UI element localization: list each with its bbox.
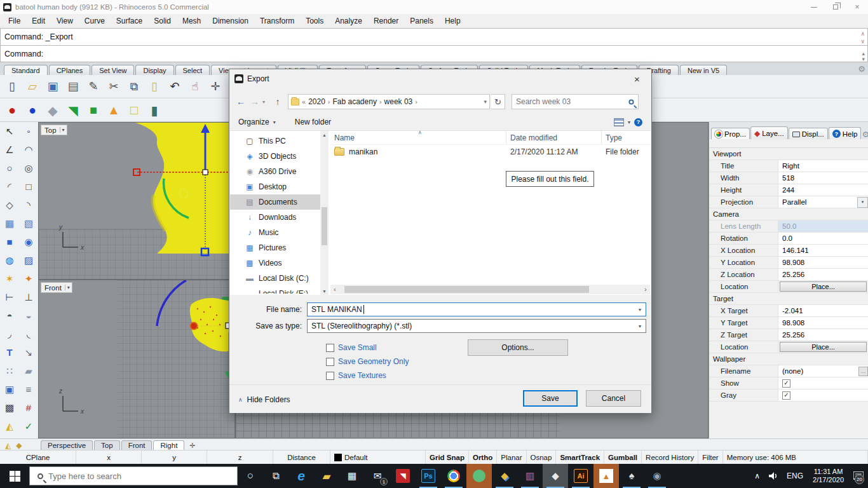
status-cell[interactable]: Ortho [469,451,497,464]
viewport-front[interactable]: Front ▾ z x [38,280,235,438]
chevron-down-icon[interactable]: ▾ [65,285,72,290]
scroll-thumb[interactable] [344,286,589,293]
task-view[interactable]: ⧉ [263,464,288,488]
breadcrumb-item[interactable]: week 03 [384,97,413,106]
breadcrumb-overflow[interactable]: « [302,98,306,105]
toolbar-button[interactable]: ▱ [24,78,41,95]
toolbar-tab[interactable]: New in V5 [680,65,727,75]
status-cell[interactable]: Planar [497,451,526,464]
tool-button[interactable]: ↘ [19,343,38,362]
command-scroll-up[interactable]: ∧ [860,31,865,37]
tool-button[interactable]: ↖ [0,122,19,140]
file-explorer[interactable]: ▰ [314,464,339,488]
toolbar-button[interactable]: ✎ [85,78,102,95]
viewport-top-label-chip[interactable]: Top ▾ [41,125,67,135]
show-checkbox[interactable]: ✓ [782,379,790,388]
status-cell[interactable]: Filter [698,451,723,464]
This PC[interactable]: ▢This PC [230,133,320,149]
edge[interactable]: e [288,464,314,488]
tool-button[interactable]: ∠ [0,140,19,159]
panel-gear-icon[interactable]: ⚙ [862,130,868,139]
tool-button[interactable]: ⊥ [19,288,38,306]
status-cell[interactable]: x [76,451,142,464]
checkbox[interactable] [326,372,334,380]
menu-item[interactable]: Curve [79,15,111,27]
wedge-icon[interactable]: ◭ [5,441,11,450]
menu-item[interactable]: View [51,15,79,27]
toolbar-button[interactable]: ■ [85,102,102,119]
up-button[interactable]: ↑ [271,97,284,107]
viewport-height-value[interactable]: 244 [778,184,868,196]
x-location-value[interactable]: 146.141 [778,245,868,256]
tool-button[interactable]: ◓ [0,306,19,325]
command-spinner[interactable]: ▴▾ [862,51,865,62]
scroll-down-icon[interactable]: ▼ [320,287,329,295]
toolbar-gear-icon[interactable]: ⚙ [858,64,865,74]
tool-button[interactable]: ◦ [19,122,38,140]
chrome[interactable] [441,464,466,488]
tab-display[interactable]: Displ... [789,128,828,139]
taskbar-search-box[interactable] [29,466,238,485]
wallpaper-filename-value[interactable]: (none) [782,367,803,375]
viewport-tab[interactable]: Right [153,440,184,450]
tool-button[interactable]: T [0,343,19,362]
Pictures[interactable]: ▦Pictures [230,240,320,255]
toolbar-tab[interactable]: Set View [92,65,134,75]
dialog-search-input[interactable] [516,97,628,106]
toolbar-button[interactable]: ▮ [146,102,163,119]
menu-item[interactable]: Edit [26,15,51,27]
cortana[interactable]: ○ [238,464,263,488]
tab-layers[interactable]: ◆Laye... [750,126,788,139]
toolbar-button[interactable]: ▲ [105,102,122,119]
gumball-handle-red[interactable] [191,323,198,330]
menu-item[interactable]: Solid [148,15,177,27]
dialog-title-bar[interactable]: Export × [229,69,651,88]
Music[interactable]: ♪Music [230,225,320,240]
viewport-tab[interactable]: Top [94,440,120,450]
volume-icon[interactable] [764,464,782,488]
menu-item[interactable]: Surface [111,15,148,27]
viewport-tab[interactable]: Front [121,440,153,450]
tool-button[interactable]: ✦ [19,269,38,288]
toolbar-button[interactable]: ↶ [166,78,183,95]
tray-expand-icon[interactable]: ∧ [750,464,764,488]
toolbar-button[interactable]: ⧉ [126,78,142,95]
y-target-value[interactable]: 98.908 [778,317,868,329]
status-cell[interactable]: Gumball [604,451,642,464]
toolbar-button[interactable]: ▤ [65,78,81,95]
illustrator[interactable]: Ai [568,464,593,488]
tool-button[interactable]: ✶ [0,269,19,288]
toolbar-button[interactable]: □ [126,102,142,119]
tool-button[interactable]: ▩ [0,398,19,417]
chevron-down-icon[interactable]: ▾ [634,320,646,332]
toolbar-tab[interactable]: CPlanes [49,65,91,75]
organize-dropdown-icon[interactable]: ▾ [273,119,276,125]
tool-button[interactable]: # [19,398,38,417]
menu-item[interactable]: Mesh [177,15,207,27]
paint3d[interactable]: ◆ [492,464,517,488]
help-icon[interactable]: ? [634,118,642,126]
status-cell[interactable]: CPlane [0,451,76,464]
photos[interactable]: ▲ [593,464,619,488]
gumball-origin[interactable] [203,170,208,175]
options-button[interactable]: Options... [468,339,568,356]
photoshop[interactable]: Ps [416,464,441,488]
menu-item[interactable]: File [3,15,26,27]
tree-scrollbar[interactable]: ▲ ▼ [320,131,329,295]
organize-button[interactable]: Organize [238,118,269,126]
tool-button[interactable]: ▦ [0,214,19,233]
tool-button[interactable]: ▨ [19,251,38,269]
tool-button[interactable]: ◒ [19,306,38,325]
tool-button[interactable]: ◉ [19,233,38,251]
save-as-type-select[interactable]: STL (Stereolithography) (*.stl) ▾ [307,319,646,333]
scroll-right-icon[interactable]: › [641,286,650,293]
tool-button[interactable]: ◝ [19,196,38,214]
status-cell[interactable]: Distance [273,451,330,464]
tool-button[interactable]: ▰ [19,362,38,380]
tool-button[interactable]: ◠ [19,140,38,159]
sketchup[interactable]: ◥ [390,464,416,488]
column-type[interactable]: Type [602,131,651,144]
cancel-button[interactable]: Cancel [586,390,641,407]
toolbar-button[interactable]: ● [24,102,41,119]
command-scroll-down[interactable]: ∨ [860,39,865,44]
